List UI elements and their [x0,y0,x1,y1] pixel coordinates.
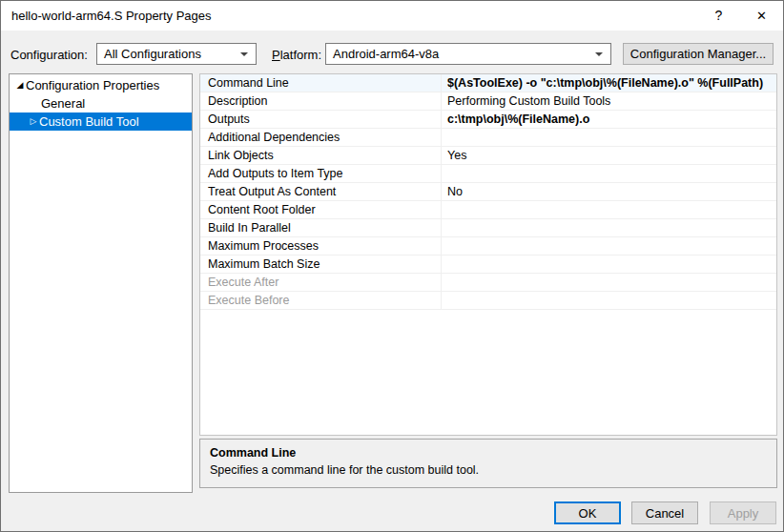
close-button[interactable]: ✕ [740,1,783,31]
configuration-manager-button[interactable]: Configuration Manager... [623,43,774,65]
description-text: Specifies a command line for the custom … [210,463,767,477]
property-value[interactable] [442,129,776,146]
property-value [442,274,776,291]
tree-item-label: General [41,96,85,111]
property-name: Link Objects [200,147,442,164]
description-title: Command Line [210,446,767,460]
property-row-description[interactable]: Description Performing Custom Build Tool… [200,92,776,111]
apply-button[interactable]: Apply [710,501,776,524]
configuration-label: Configuration: [10,48,88,62]
property-row-additional-dependencies[interactable]: Additional Dependencies [200,129,776,147]
ok-button[interactable]: OK [554,501,621,524]
title-bar: hello-world-arm64.S Property Pages ? ✕ [1,1,783,31]
tree-item-custom-build-tool[interactable]: ▷Custom Build Tool [10,113,192,131]
property-row-outputs[interactable]: Outputs c:\tmp\obj\%(FileName).o [200,111,776,129]
property-value[interactable]: $(AsToolExe) -o "c:\tmp\obj\%(FileName).… [442,74,776,92]
property-row-treat-output-as-content[interactable]: Treat Output As Content No [200,183,776,201]
property-value[interactable]: Yes [442,147,776,164]
property-name: Treat Output As Content [200,183,442,200]
property-name: Additional Dependencies [200,129,442,146]
property-value[interactable] [442,201,776,218]
chevron-down-icon [240,52,248,56]
property-row-command-line[interactable]: Command Line $(AsToolExe) -o "c:\tmp\obj… [200,74,776,92]
property-row-add-outputs-to-item-type[interactable]: Add Outputs to Item Type [200,165,776,183]
configuration-select[interactable]: All Configurations [96,43,257,65]
property-value[interactable]: Performing Custom Build Tools [442,92,776,110]
property-row-build-in-parallel[interactable]: Build In Parallel [200,219,776,237]
property-value[interactable] [442,219,776,236]
window-title: hello-world-arm64.S Property Pages [11,1,212,31]
help-button[interactable]: ? [697,1,740,31]
tree-item-label: Configuration Properties [26,78,159,92]
property-name: Add Outputs to Item Type [200,165,442,182]
property-value [442,292,776,309]
property-row-execute-before: Execute Before [200,292,776,310]
platform-select[interactable]: Android-arm64-v8a [325,43,611,65]
cancel-button[interactable]: Cancel [631,501,698,524]
property-name: Execute Before [200,292,442,309]
property-name: Maximum Processes [200,237,442,255]
description-panel: Command Line Specifies a command line fo… [199,439,777,488]
configuration-value: All Configurations [104,47,201,61]
tree-item-label: Custom Build Tool [39,114,139,129]
expanded-triangle-icon[interactable]: ◢ [14,76,26,94]
platform-value: Android-arm64-v8a [333,47,439,61]
platform-label: Platform: [272,48,321,62]
help-icon: ? [715,8,723,23]
property-name: Execute After [200,274,442,291]
tree-item-general[interactable]: General [10,94,192,113]
property-row-link-objects[interactable]: Link Objects Yes [200,147,776,165]
property-value[interactable] [442,256,776,273]
property-value[interactable] [442,237,776,255]
property-name: Description [200,92,442,110]
property-name: Maximum Batch Size [200,256,442,273]
property-pages-dialog: hello-world-arm64.S Property Pages ? ✕ C… [0,0,784,532]
property-row-execute-after: Execute After [200,274,776,292]
collapsed-triangle-icon[interactable]: ▷ [28,113,39,131]
property-name: Content Root Folder [200,201,442,218]
property-row-maximum-batch-size[interactable]: Maximum Batch Size [200,256,776,274]
property-name: Command Line [200,74,442,92]
property-grid: Command Line $(AsToolExe) -o "c:\tmp\obj… [199,73,777,436]
tree-item-configuration-properties[interactable]: ◢Configuration Properties [10,74,192,94]
property-row-maximum-processes[interactable]: Maximum Processes [200,237,776,256]
property-value[interactable]: No [442,183,776,200]
property-row-content-root-folder[interactable]: Content Root Folder [200,201,776,219]
configuration-tree-panel: ◢Configuration Properties General ▷Custo… [9,73,193,493]
property-value[interactable] [442,165,776,182]
property-value[interactable]: c:\tmp\obj\%(FileName).o [442,111,776,128]
chevron-down-icon [595,52,603,56]
property-name: Outputs [200,111,442,128]
close-icon: ✕ [756,9,767,23]
property-name: Build In Parallel [200,219,442,236]
